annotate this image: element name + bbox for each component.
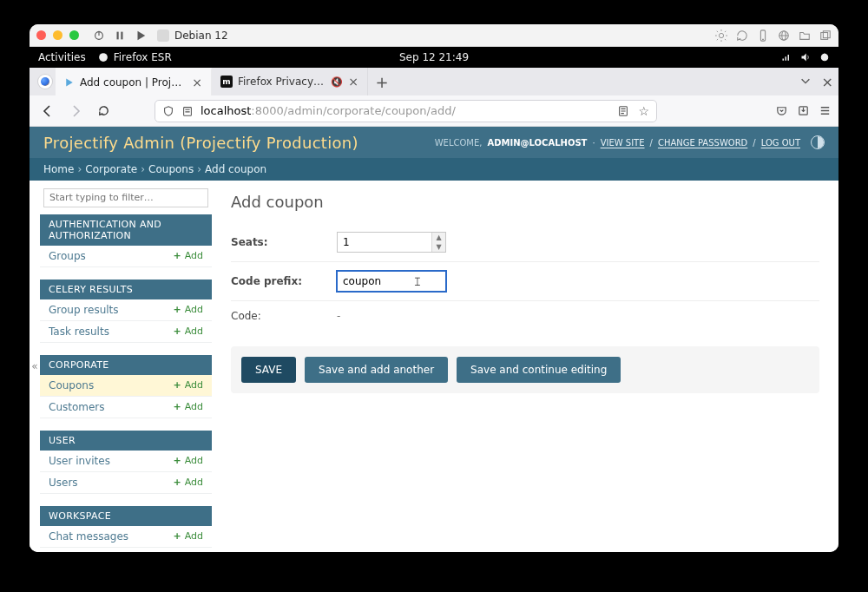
site-title[interactable]: Projectify Admin (Projectify Production)	[43, 134, 358, 152]
breadcrumb-corporate[interactable]: Corporate	[85, 163, 137, 175]
back-button[interactable]	[36, 100, 59, 122]
stepper-up-icon[interactable]: ▲	[432, 233, 445, 242]
sidebar-model-row: UsersAdd	[40, 472, 212, 494]
svg-line-13	[725, 30, 726, 31]
tab-mute-icon[interactable]: 🔇	[331, 76, 343, 88]
app-menu-icon[interactable]	[819, 104, 832, 117]
sidebar-app-caption[interactable]: WORKSPACE	[40, 506, 212, 526]
sidebar-app-caption[interactable]: USER	[40, 431, 212, 451]
sidebar-app-caption[interactable]: CELERY RESULTS	[40, 280, 212, 299]
code-value: -	[337, 310, 340, 322]
svg-line-12	[717, 38, 718, 39]
reload-button[interactable]	[92, 100, 115, 122]
svg-marker-4	[138, 30, 146, 40]
list-all-tabs-icon[interactable]	[799, 74, 812, 90]
new-tab-button[interactable]: +	[368, 68, 396, 95]
svg-rect-22	[783, 59, 785, 61]
sidebar-model-link[interactable]: Users	[49, 477, 78, 489]
activities-button[interactable]: Activities	[38, 51, 86, 63]
volume-icon[interactable]	[800, 52, 811, 62]
sidebar-model-link[interactable]: Group results	[49, 304, 119, 316]
sidebar-model-link[interactable]: Coupons	[49, 379, 94, 391]
save-add-another-button[interactable]: Save and add another	[305, 357, 448, 383]
sidebar-add-link[interactable]: Add	[173, 326, 203, 337]
sidebar-add-link[interactable]: Add	[173, 401, 203, 412]
site-info-icon[interactable]	[181, 105, 194, 117]
admin-header: Projectify Admin (Projectify Production)…	[30, 127, 838, 158]
bookmark-star-icon[interactable]: ☆	[638, 104, 649, 118]
welcome-label: WELCOME,	[435, 138, 483, 148]
sidebar-model-row: Group resultsAdd	[40, 299, 212, 321]
network-icon[interactable]	[781, 52, 792, 62]
svg-rect-24	[788, 55, 790, 61]
sidebar-add-link[interactable]: Add	[173, 250, 203, 261]
svg-rect-19	[821, 32, 828, 39]
globe-icon	[778, 30, 790, 42]
firefox-toolbar: localhost:8000/admin/corporate/coupon/ad…	[30, 95, 838, 127]
phone-icon	[757, 30, 769, 42]
tab-active[interactable]: Add coupon | Projectify A ×	[56, 68, 212, 95]
theme-toggle-icon[interactable]	[811, 135, 825, 149]
code-prefix-input[interactable]	[337, 271, 446, 292]
breadcrumbs: Home › Corporate › Coupons › Add coupon	[30, 158, 838, 181]
url-text: localhost:8000/admin/corporate/coupon/ad…	[201, 104, 610, 117]
sidebar-model-link[interactable]: Customers	[49, 401, 105, 413]
sidebar-model-link[interactable]: User invites	[49, 455, 110, 467]
tab-close-icon[interactable]: ×	[192, 76, 202, 89]
sidebar-collapser[interactable]: «	[30, 181, 40, 552]
sidebar-model-row: CouponsAdd	[40, 375, 212, 397]
form-row-code-prefix: Code prefix: 𝙸	[231, 262, 819, 301]
minimize-window-icon[interactable]	[53, 30, 62, 40]
svg-point-5	[719, 33, 723, 37]
form-row-code: Code: -	[231, 301, 819, 331]
svg-rect-3	[121, 31, 122, 39]
active-app-label[interactable]: Firefox ESR	[114, 51, 172, 63]
breadcrumb-home[interactable]: Home	[43, 163, 74, 175]
sidebar-app-caption[interactable]: CORPORATE	[40, 355, 212, 375]
breadcrumb-coupons[interactable]: Coupons	[148, 163, 194, 175]
svg-point-21	[99, 53, 108, 62]
sidebar-add-link[interactable]: Add	[173, 304, 203, 315]
change-password-link[interactable]: CHANGE PASSWORD	[658, 138, 747, 148]
pocket-icon[interactable]	[775, 104, 788, 117]
sidebar-model-link[interactable]: Task results	[49, 326, 109, 338]
os-label: Debian 12	[174, 30, 228, 42]
sidebar-add-link[interactable]: Add	[173, 477, 203, 488]
reader-mode-icon[interactable]	[617, 105, 629, 117]
tab-inactive[interactable]: m Firefox Privacy Notice — 🔇 ×	[212, 68, 368, 95]
clock-label[interactable]: Sep 12 21:49	[399, 51, 469, 63]
sidebar-add-link[interactable]: Add	[173, 379, 203, 391]
downloads-icon[interactable]	[797, 104, 810, 117]
logout-link[interactable]: LOG OUT	[761, 138, 800, 148]
power-menu-icon[interactable]	[819, 52, 830, 62]
user-tools: WELCOME, ADMIN@LOCALHOST · VIEW SITE / C…	[435, 135, 825, 149]
close-window-icon[interactable]	[36, 30, 46, 40]
url-bar[interactable]: localhost:8000/admin/corporate/coupon/ad…	[155, 100, 657, 122]
save-continue-editing-button[interactable]: Save and continue editing	[457, 357, 621, 383]
view-site-link[interactable]: VIEW SITE	[601, 138, 645, 148]
sidebar-app-caption[interactable]: AUTHENTICATION AND AUTHORIZATION	[40, 214, 212, 246]
maximize-window-icon[interactable]	[69, 30, 79, 40]
sidebar-add-link[interactable]: Add	[173, 530, 203, 542]
window-close-icon[interactable]: ×	[822, 74, 833, 90]
sidebar-add-link[interactable]: Add	[173, 455, 203, 466]
sidebar-model-link[interactable]: Groups	[49, 250, 86, 262]
breadcrumb-current: Add coupon	[205, 163, 266, 175]
sidebar: AUTHENTICATION AND AUTHORIZATIONGroupsAd…	[40, 181, 212, 552]
firefox-logo-icon	[35, 68, 56, 95]
tab-close-icon[interactable]: ×	[348, 76, 358, 88]
stepper-down-icon[interactable]: ▼	[432, 242, 445, 252]
sidebar-model-row: LabelsAdd	[40, 548, 212, 553]
windows-icon	[819, 30, 832, 42]
sidebar-model-link[interactable]: Labels	[49, 552, 82, 553]
svg-line-10	[717, 30, 718, 31]
form-row-seats: Seats: ▲ ▼	[231, 223, 819, 262]
seats-stepper[interactable]: ▲ ▼	[431, 233, 445, 252]
save-button[interactable]: SAVE	[241, 357, 296, 383]
seats-input[interactable]	[337, 232, 446, 253]
svg-rect-20	[823, 30, 830, 37]
sidebar-filter-input[interactable]	[43, 188, 208, 207]
forward-button[interactable]	[64, 100, 87, 122]
main-content: Add coupon Seats: ▲ ▼ Code prefix:	[212, 181, 838, 552]
sidebar-model-link[interactable]: Chat messages	[49, 530, 128, 543]
